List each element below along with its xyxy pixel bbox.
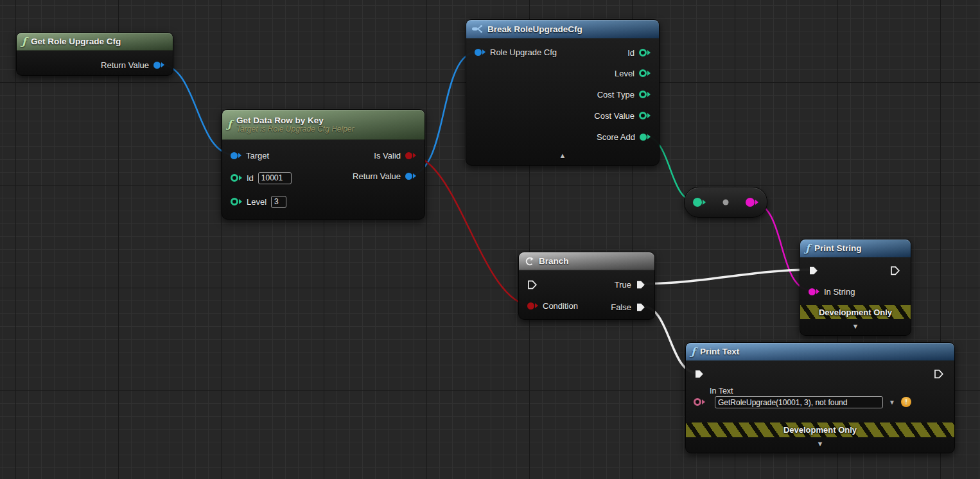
pin-row: Id	[231, 171, 292, 185]
in-text-pin[interactable]	[694, 398, 705, 406]
pin-row: Level	[615, 66, 651, 80]
wire-is-valid-to-condition[interactable]	[408, 155, 531, 305]
in-text-value-field[interactable]	[715, 396, 883, 408]
id-pin[interactable]	[639, 49, 651, 57]
node-break-role-upgrade-cfg[interactable]: Break RoleUpgradeCfg Role Upgrade Cfg Id…	[466, 19, 660, 166]
id-pin[interactable]	[231, 174, 242, 182]
node-title: Break RoleUpgradeCfg	[487, 24, 582, 34]
true-exec-pin[interactable]	[636, 280, 646, 290]
return-value-pin[interactable]	[153, 62, 164, 69]
pin-row: Id	[627, 46, 651, 60]
node-title: Branch	[539, 256, 569, 266]
wire-branch-true-to-print-string[interactable]	[642, 270, 812, 284]
pin-row: Target	[231, 148, 269, 162]
in-string-pin[interactable]	[809, 288, 819, 295]
expand-arrow[interactable]: ▼	[817, 440, 824, 448]
pin-label: Level	[615, 69, 634, 78]
node-title: Print String	[814, 243, 862, 253]
return-value-pin[interactable]	[405, 173, 416, 180]
node-get-data-row-by-key[interactable]: ƒ Get Data Row by Key Target is Role Upg…	[222, 109, 425, 220]
pin-row	[694, 367, 704, 381]
pin-row: Score Add	[597, 130, 651, 144]
node-branch[interactable]: Branch Condition True False	[518, 252, 655, 320]
pin-label: Return Value	[101, 60, 149, 70]
blueprint-graph-canvas[interactable]: ƒ Get Role Upgrade Cfg Return Value ƒ Ge…	[0, 0, 980, 479]
pin-label: Score Add	[597, 132, 635, 142]
conversion-dot-icon	[723, 200, 729, 205]
id-value-field[interactable]	[258, 172, 292, 184]
pure-function-icon: ƒ	[227, 119, 232, 130]
pin-row: False	[611, 300, 646, 314]
level-pin[interactable]	[231, 198, 242, 205]
exec-in-pin[interactable]	[694, 369, 704, 379]
pin-label: In String	[824, 287, 855, 297]
exec-in-pin[interactable]	[527, 280, 538, 290]
node-header[interactable]: ƒ Get Data Row by Key Target is Role Upg…	[222, 110, 424, 140]
pin-row: Cost Value	[594, 109, 651, 123]
pin-label: Level	[247, 197, 267, 207]
pin-row: Cost Type	[597, 87, 651, 101]
pin-row: Return Value	[353, 169, 416, 183]
node-title: Get Data Row by Key	[236, 116, 354, 125]
pin-label: In Text	[710, 387, 733, 396]
pin-label: Id	[247, 173, 254, 183]
development-only-banner: Development Only	[686, 422, 954, 437]
cost-value-pin[interactable]	[639, 112, 651, 119]
pin-row	[809, 263, 819, 277]
target-pin[interactable]	[231, 152, 241, 159]
pin-row: Condition	[527, 299, 578, 313]
node-header[interactable]: ƒ Print Text	[686, 343, 954, 361]
condition-pin[interactable]	[527, 302, 538, 309]
pin-label: Cost Value	[594, 111, 634, 121]
node-title: Get Role Upgrade Cfg	[31, 37, 121, 46]
cost-type-pin[interactable]	[639, 91, 651, 98]
pin-label: Is Valid	[374, 151, 401, 161]
pin-row: Role Upgrade Cfg	[475, 45, 557, 59]
node-title: Print Text	[700, 347, 739, 356]
exec-out-pin[interactable]	[934, 369, 944, 379]
expand-arrow[interactable]: ▼	[852, 323, 859, 330]
role-upgrade-cfg-pin[interactable]	[475, 49, 486, 56]
pin-label: Target	[246, 151, 269, 161]
node-header[interactable]: ƒ Get Role Upgrade Cfg	[17, 33, 173, 51]
pin-row: Level	[231, 195, 286, 209]
exec-in-pin[interactable]	[809, 266, 819, 275]
function-icon: ƒ	[805, 243, 810, 254]
collapse-arrow[interactable]: ▲	[559, 152, 566, 159]
pin-row: Return Value	[101, 58, 164, 72]
pin-row: True	[615, 277, 646, 292]
is-valid-pin[interactable]	[405, 152, 416, 159]
pin-row: In String	[809, 284, 855, 299]
exec-out-pin[interactable]	[890, 266, 900, 275]
pin-label: Cost Type	[597, 90, 634, 100]
node-header[interactable]: ƒ Print String	[800, 240, 911, 257]
dropdown-arrow-icon[interactable]: ▼	[889, 399, 895, 406]
node-int-to-string-conversion[interactable]	[684, 187, 767, 218]
pin-label: True	[615, 280, 631, 290]
pin-label: False	[611, 302, 631, 312]
node-print-string[interactable]: ƒ Print String In String Development Onl…	[800, 239, 911, 336]
node-subtitle: Target is Role Upgrade Cfg Helper	[236, 125, 354, 134]
function-icon: ƒ	[691, 347, 696, 357]
warning-icon: !	[901, 397, 911, 407]
node-header[interactable]: Break RoleUpgradeCfg	[466, 20, 659, 39]
node-get-role-upgrade-cfg[interactable]: ƒ Get Role Upgrade Cfg Return Value	[16, 32, 173, 76]
banner-label: Development Only	[783, 425, 857, 435]
node-print-text[interactable]: ƒ Print Text In Text ▼ ! Development Onl…	[685, 342, 955, 453]
level-pin[interactable]	[639, 69, 651, 77]
score-add-pin[interactable]	[640, 134, 651, 141]
branch-icon	[524, 256, 534, 266]
node-header[interactable]: Branch	[519, 252, 654, 270]
pin-label: Role Upgrade Cfg	[490, 48, 557, 57]
conversion-input-pin[interactable]	[693, 198, 706, 207]
level-value-field[interactable]	[271, 196, 286, 208]
pin-label: Condition	[543, 301, 578, 311]
pure-function-icon: ƒ	[22, 37, 26, 47]
pin-row	[527, 277, 538, 292]
banner-label: Development Only	[819, 308, 892, 317]
development-only-banner: Development Only	[800, 305, 911, 319]
conversion-output-pin[interactable]	[746, 198, 758, 207]
false-exec-pin[interactable]	[636, 302, 646, 312]
pin-row: Is Valid	[374, 148, 416, 162]
pin-label: Return Value	[353, 171, 401, 181]
